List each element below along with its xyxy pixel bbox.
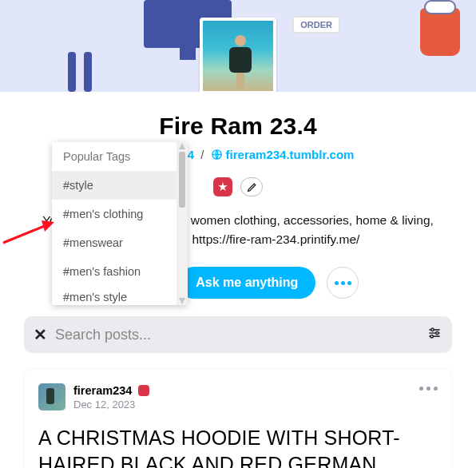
page-title: Fire Ram 23.4 bbox=[24, 113, 452, 140]
dropdown-item-style[interactable]: #style bbox=[52, 171, 188, 200]
dropdown-item-mens-clothing[interactable]: #men's clothing bbox=[52, 200, 188, 228]
order-label: ORDER bbox=[292, 16, 340, 34]
post-more-button[interactable] bbox=[419, 387, 438, 391]
post-username-text: fireram234 bbox=[73, 384, 132, 397]
dot-icon bbox=[347, 281, 351, 285]
hero-illustration-left bbox=[68, 52, 92, 92]
dot-icon bbox=[341, 281, 345, 285]
separator: / bbox=[200, 148, 204, 161]
search-input[interactable] bbox=[55, 327, 418, 343]
close-icon[interactable]: ✕ bbox=[34, 325, 47, 344]
post-card: fireram234 Dec 12, 2023 A CHRISTMAS HOOD… bbox=[24, 369, 452, 468]
svg-point-1 bbox=[431, 328, 434, 331]
svg-point-2 bbox=[436, 331, 438, 334]
scrollbar-thumb[interactable] bbox=[179, 152, 185, 208]
hero-illustration-cup bbox=[420, 8, 460, 56]
edit-button[interactable] bbox=[240, 177, 263, 196]
avatar-figure bbox=[228, 35, 252, 83]
pencil-icon bbox=[247, 182, 257, 192]
post-meta: fireram234 Dec 12, 2023 bbox=[73, 384, 149, 410]
avatar[interactable] bbox=[200, 18, 276, 92]
site-link[interactable]: fireram234.tumblr.com bbox=[226, 148, 355, 161]
tag-dropdown: Popular Tags #style #men's clothing #men… bbox=[52, 142, 188, 305]
dropdown-item-mens-fashion[interactable]: #men's fashion bbox=[52, 257, 188, 286]
globe-icon bbox=[211, 149, 223, 163]
filter-icon[interactable] bbox=[426, 325, 442, 344]
post-title[interactable]: A CHRISTMAS HOODIE WITH SHORT-HAIRED BLA… bbox=[38, 425, 438, 468]
post-avatar[interactable] bbox=[38, 383, 65, 410]
dropdown-item-menswear[interactable]: #menswear bbox=[52, 228, 188, 257]
ask-button[interactable]: Ask me anything bbox=[178, 267, 315, 299]
post-username[interactable]: fireram234 bbox=[73, 384, 149, 397]
more-button[interactable] bbox=[327, 267, 359, 299]
dot-icon bbox=[335, 281, 339, 285]
dropdown-header: Popular Tags bbox=[52, 142, 188, 171]
post-header: fireram234 Dec 12, 2023 bbox=[38, 383, 438, 410]
dropdown-item-mens-style[interactable]: #men's style bbox=[52, 286, 188, 305]
post-date: Dec 12, 2023 bbox=[73, 399, 149, 410]
dropdown-scrollbar[interactable] bbox=[177, 142, 188, 305]
verified-badge-icon bbox=[138, 385, 149, 396]
badge-icon[interactable] bbox=[213, 177, 232, 196]
svg-point-3 bbox=[430, 335, 433, 338]
header-banner: ORDER bbox=[0, 0, 476, 92]
search-bar: ✕ bbox=[24, 316, 452, 353]
